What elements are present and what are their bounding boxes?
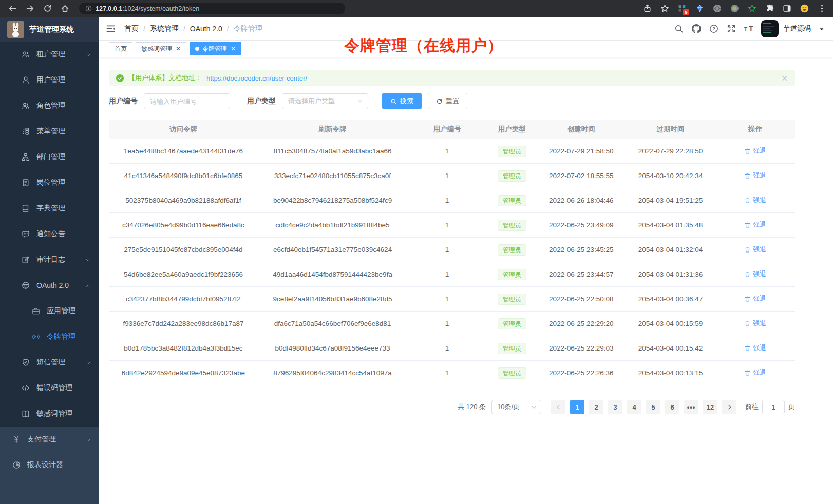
sidebar-item-label: 岗位管理	[36, 178, 65, 187]
browser-menu-dots-icon[interactable]	[817, 4, 827, 14]
green-star-extension-icon[interactable]	[747, 4, 757, 14]
extension-grid-icon[interactable]: 9	[677, 4, 687, 14]
page-size-select[interactable]: 10条/页	[491, 400, 541, 414]
prev-page-button[interactable]	[551, 400, 565, 414]
force-logout-button[interactable]: 强退	[744, 368, 766, 377]
sidebar-item-审计日志[interactable]: 审计日志	[0, 247, 99, 273]
sidebar-item-用户管理[interactable]: 用户管理	[0, 67, 99, 93]
alert-doc-link[interactable]: https://doc.iocoder.cn/user-center/	[206, 74, 307, 82]
sidebar-item-label: 支付管理	[27, 435, 56, 444]
sidebar-item-岗位管理[interactable]: 岗位管理	[0, 170, 99, 196]
side-panel-icon[interactable]	[782, 4, 792, 14]
refresh-icon	[436, 98, 443, 105]
page-button-5[interactable]: 5	[646, 400, 660, 414]
page-button-6[interactable]: 6	[665, 400, 679, 414]
refresh-token-cell: b0df4980ffd34c67a08f9156e4eee733	[258, 336, 407, 361]
breadcrumb-separator: /	[227, 25, 229, 33]
user-avatar[interactable]	[761, 20, 779, 37]
address-bar[interactable]: 127.0.0.1:1024/system/oauth2/token	[79, 3, 345, 14]
sidebar-item-敏感词管理[interactable]: 敏感词管理	[0, 401, 99, 427]
page-numbers: 123456•••12	[570, 400, 717, 414]
breadcrumb-item[interactable]: OAuth 2.0	[190, 25, 222, 33]
extensions-puzzle-icon[interactable]	[764, 4, 774, 14]
sidebar-item-租户管理[interactable]: 租户管理	[0, 42, 99, 67]
breadcrumb-item[interactable]: 首页	[124, 24, 139, 33]
force-logout-button[interactable]: 强退	[744, 294, 766, 303]
access-token-cell: 502375b8040a469a9b82188afdf6af1f	[109, 188, 258, 213]
tab-首页[interactable]: 首页	[109, 42, 132, 55]
user-id-input[interactable]	[144, 93, 230, 109]
force-logout-button[interactable]: 强退	[744, 245, 766, 254]
chevron-down-icon	[85, 51, 91, 57]
created-time-cell: 2022-06-25 22:50:08	[537, 287, 626, 312]
goto-page-input[interactable]	[762, 400, 785, 414]
refresh-token-cell: 333ecfc71e02480cb11055c875c3ca0f	[258, 164, 407, 188]
sidebar-item-部门管理[interactable]: 部门管理	[0, 144, 99, 170]
fullscreen-icon[interactable]	[726, 24, 736, 33]
user-caret-down-icon[interactable]	[819, 26, 825, 32]
sidebar-item-支付管理[interactable]: 支付管理	[0, 427, 99, 452]
sidebar-collapse-icon[interactable]	[106, 24, 116, 34]
page-more-button[interactable]: •••	[684, 400, 698, 414]
share-icon[interactable]	[642, 4, 652, 14]
access-token-cell: 6d842e2924594de9a09e45e087323abe	[109, 361, 258, 385]
sidebar-item-OAuth 2.0[interactable]: OAuth 2.0	[0, 273, 99, 298]
sidebar-item-报表设计器[interactable]: 报表设计器	[0, 452, 99, 478]
force-logout-button[interactable]: 强退	[744, 146, 766, 156]
force-logout-button[interactable]: 强退	[744, 269, 766, 279]
tab-令牌管理[interactable]: 令牌管理✕	[190, 42, 241, 55]
profile-avatar-emoji[interactable]	[799, 4, 809, 14]
alert-text: 【用户体系】文档地址：	[128, 73, 202, 83]
browser-home-icon[interactable]	[59, 3, 71, 15]
created-time-cell: 2022-06-25 22:29:20	[537, 312, 626, 336]
page-button-4[interactable]: 4	[627, 400, 641, 414]
gem-extension-icon[interactable]	[694, 4, 705, 14]
sidebar-item-令牌管理[interactable]: 令牌管理	[0, 324, 99, 350]
github-icon[interactable]	[691, 24, 701, 33]
expire-time-cell: 2054-03-04 00:15:59	[626, 312, 715, 336]
page-button-1[interactable]: 1	[570, 400, 584, 414]
green-dot-extension-icon[interactable]	[729, 4, 740, 14]
force-logout-button[interactable]: 强退	[744, 343, 766, 353]
alert-close-icon[interactable]: ✕	[781, 74, 788, 82]
force-logout-button[interactable]: 强退	[744, 220, 766, 229]
site-info-icon	[85, 5, 92, 12]
breadcrumb-item[interactable]: 系统管理	[150, 24, 179, 33]
bookmark-star-icon[interactable]	[659, 4, 670, 14]
force-logout-button[interactable]: 强退	[744, 319, 766, 328]
sidebar-item-短信管理[interactable]: 短信管理	[0, 350, 99, 375]
next-page-button[interactable]	[722, 400, 736, 414]
header-search-icon[interactable]	[674, 24, 684, 33]
force-logout-button[interactable]: 强退	[744, 171, 766, 180]
force-logout-button[interactable]: 强退	[744, 196, 766, 205]
table-row: 54d6be82ee5a460a9aedc1f9bf22365649d1aa46…	[109, 262, 795, 287]
page-button-12[interactable]: 12	[703, 400, 717, 414]
sidebar-item-角色管理[interactable]: 角色管理	[0, 93, 99, 119]
browser-reload-icon[interactable]	[41, 3, 53, 15]
gray-circle-extension-icon[interactable]	[712, 4, 722, 14]
page-button-2[interactable]: 2	[589, 400, 603, 414]
font-size-icon[interactable]: TT	[744, 24, 753, 33]
sidebar-item-通知公告[interactable]: 通知公告	[0, 221, 99, 247]
page-button-3[interactable]: 3	[608, 400, 622, 414]
tab-close-icon[interactable]: ✕	[176, 46, 181, 52]
tab-close-icon[interactable]: ✕	[231, 46, 236, 52]
sidebar-item-label: 敏感词管理	[36, 409, 72, 418]
user-type-label: 用户类型	[247, 96, 276, 106]
created-time-cell: 2022-06-26 18:04:46	[537, 188, 626, 213]
sidebar-item-菜单管理[interactable]: 菜单管理	[0, 119, 99, 144]
user-type-select[interactable]: 请选择用户类型	[282, 93, 368, 109]
sidebar-item-应用管理[interactable]: 应用管理	[0, 298, 99, 324]
browser-forward-icon[interactable]	[24, 3, 36, 15]
created-time-cell: 2022-06-25 22:26:36	[537, 361, 626, 385]
sidebar-item-字典管理[interactable]: 字典管理	[0, 196, 99, 221]
help-icon[interactable]: ?	[709, 24, 718, 33]
active-tab-dot	[195, 47, 199, 51]
access-token-cell: 275e5de9151045fe87cbdc395e004f4d	[109, 238, 258, 262]
tab-敏感词管理[interactable]: 敏感词管理✕	[136, 42, 186, 55]
browser-back-icon[interactable]	[6, 3, 18, 15]
sidebar-item-错误码管理[interactable]: 错误码管理	[0, 375, 99, 401]
search-button[interactable]: 搜索	[382, 93, 422, 109]
app-logo[interactable]: 芋道管理系统	[0, 17, 99, 42]
reset-button[interactable]: 重置	[428, 93, 467, 109]
